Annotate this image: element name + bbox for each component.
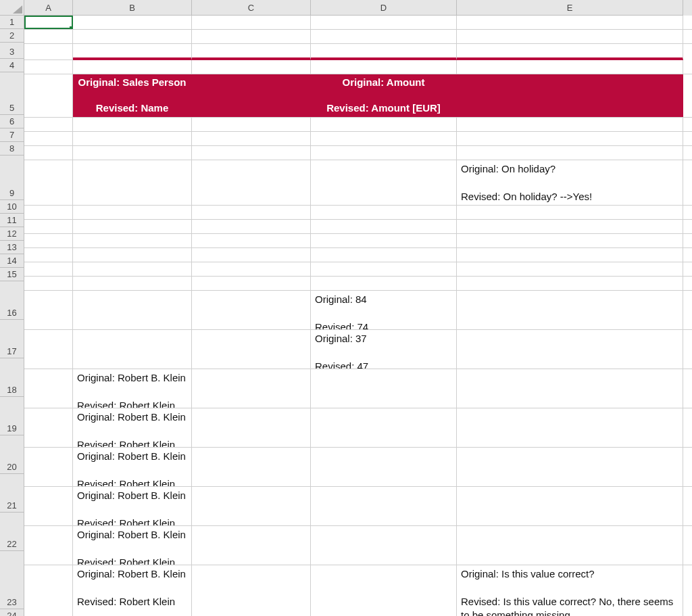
cell-d17-amount[interactable]: Original: 37 Revised: 47 (311, 330, 457, 369)
cell[interactable] (192, 132, 311, 145)
cell[interactable] (311, 369, 457, 408)
cell[interactable] (457, 408, 683, 447)
cell[interactable] (192, 248, 311, 262)
row-header-3[interactable]: 3 (0, 43, 24, 59)
row-header-4[interactable]: 4 (0, 59, 24, 72)
cell-a5[interactable] (24, 74, 73, 117)
row-header-10[interactable]: 10 (0, 200, 24, 214)
cell[interactable] (192, 408, 311, 447)
col-header-d[interactable]: D (311, 0, 457, 16)
row-header-15[interactable]: 15 (0, 268, 24, 281)
row-header-1[interactable]: 1 (0, 16, 24, 29)
cell[interactable] (457, 369, 683, 408)
cell-a2[interactable] (24, 30, 73, 43)
cell[interactable] (24, 160, 73, 205)
cell-d3[interactable] (311, 44, 457, 60)
cell[interactable] (457, 448, 683, 486)
cell[interactable] (192, 565, 311, 616)
cell[interactable] (73, 248, 192, 262)
cell-b4[interactable] (73, 60, 192, 74)
cell-c1[interactable] (192, 16, 311, 29)
cell[interactable] (311, 206, 457, 219)
cell[interactable] (311, 277, 457, 290)
cell-b2[interactable] (73, 30, 192, 43)
cell[interactable] (311, 132, 457, 145)
cell[interactable] (192, 277, 311, 290)
row-header-20[interactable]: 20 (0, 435, 24, 474)
cell[interactable] (311, 487, 457, 525)
cell-b21-name[interactable]: Original: Robert B. Klein Revised: Rober… (73, 487, 192, 525)
cell-e4[interactable] (457, 60, 683, 74)
cell-e9-holiday[interactable]: Original: On holiday? Revised: On holida… (457, 160, 683, 205)
cell[interactable] (24, 277, 73, 290)
cell[interactable] (24, 146, 73, 160)
cell[interactable] (24, 220, 73, 233)
cell[interactable] (457, 330, 683, 369)
cell[interactable] (24, 408, 73, 447)
cell-a1[interactable] (24, 16, 73, 29)
cell[interactable] (73, 291, 192, 329)
cell[interactable] (24, 369, 73, 408)
cell[interactable] (457, 234, 683, 247)
col-header-c[interactable]: C (192, 0, 311, 16)
cell[interactable] (311, 234, 457, 247)
cell[interactable] (73, 118, 192, 131)
cell[interactable] (192, 206, 311, 219)
cell[interactable] (24, 487, 73, 525)
cell[interactable] (24, 330, 73, 369)
row-header-23[interactable]: 23 (0, 551, 24, 609)
cell[interactable] (457, 487, 683, 525)
cell[interactable] (457, 291, 683, 329)
cell[interactable] (24, 565, 73, 616)
col-header-b[interactable]: B (73, 0, 192, 16)
cell-b19-name[interactable]: Original: Robert B. Klein Revised: Rober… (73, 408, 192, 447)
cell[interactable] (311, 262, 457, 276)
col-header-e[interactable]: E (457, 0, 683, 16)
cell[interactable] (457, 146, 683, 160)
row-header-17[interactable]: 17 (0, 320, 24, 358)
cell-b3[interactable] (73, 44, 192, 60)
cell-d2[interactable] (311, 30, 457, 43)
cell[interactable] (311, 220, 457, 233)
cell-e1[interactable] (457, 16, 683, 29)
cell[interactable] (457, 277, 683, 290)
cell[interactable] (192, 234, 311, 247)
cell[interactable] (192, 369, 311, 408)
cell[interactable] (192, 448, 311, 486)
cell[interactable] (457, 220, 683, 233)
cell[interactable] (73, 262, 192, 276)
cell[interactable] (73, 132, 192, 145)
cell[interactable] (192, 262, 311, 276)
cell[interactable] (73, 330, 192, 369)
cell[interactable] (192, 291, 311, 329)
row-header-22[interactable]: 22 (0, 513, 24, 551)
cell-b1[interactable] (73, 16, 192, 29)
cell[interactable] (311, 248, 457, 262)
header-cell-name[interactable]: Original: Sales Person Revised: Name (73, 74, 192, 117)
cell-a3[interactable] (24, 44, 73, 60)
cell[interactable] (311, 160, 457, 205)
select-all-corner[interactable] (0, 0, 24, 16)
cell-e3[interactable] (457, 44, 683, 60)
cell-e23-comment[interactable]: Original: Is this value correct? Revised… (457, 565, 683, 616)
cell[interactable] (24, 248, 73, 262)
cell[interactable] (24, 118, 73, 131)
cell[interactable] (192, 330, 311, 369)
cell-c4[interactable] (192, 60, 311, 74)
cell[interactable] (192, 160, 311, 205)
cell-b23-name[interactable]: Original: Robert B. Klein Revised: Rober… (73, 565, 192, 616)
cell[interactable] (457, 526, 683, 565)
cell[interactable] (311, 565, 457, 616)
cell-b22-name[interactable]: Original: Robert B. Klein Revised: Rober… (73, 526, 192, 565)
cell-d4[interactable] (311, 60, 457, 74)
cell[interactable] (24, 234, 73, 247)
header-cell-empty[interactable] (457, 74, 683, 117)
cell[interactable] (24, 262, 73, 276)
cell[interactable] (457, 118, 683, 131)
spreadsheet-grid[interactable]: Original: Sales Person Revised: Name Ori… (24, 16, 692, 616)
row-header-5[interactable]: 5 (0, 72, 24, 115)
cell[interactable] (24, 448, 73, 486)
row-header-7[interactable]: 7 (0, 128, 24, 142)
col-header-a[interactable]: A (24, 0, 73, 16)
row-header-16[interactable]: 16 (0, 281, 24, 320)
